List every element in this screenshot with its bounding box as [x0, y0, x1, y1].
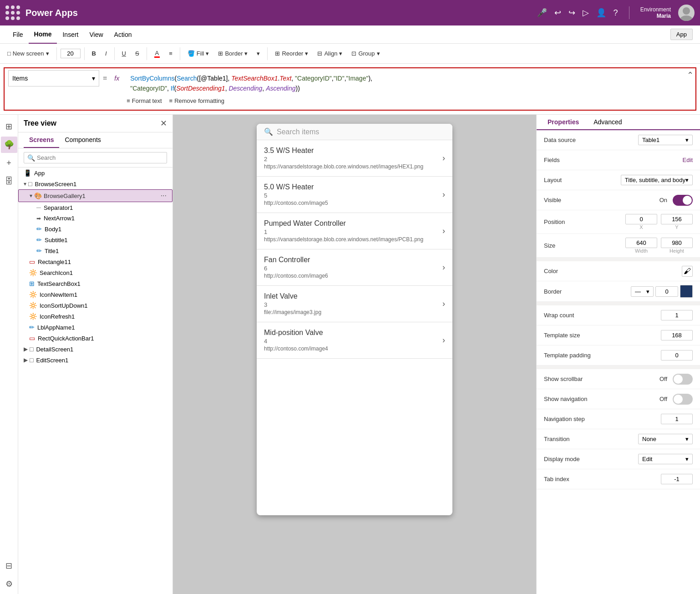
fill-button[interactable]: 🪣 Fill ▾ [184, 48, 213, 59]
border-width-input[interactable] [655, 286, 678, 297]
tree-item-iconsortupdown1[interactable]: 🔆 IconSortUpDown1 [18, 300, 172, 311]
microphone-icon[interactable]: 🎤 [537, 8, 547, 18]
align-btn[interactable]: ⊟ Align ▾ [314, 48, 346, 59]
tree-item-searchicon1[interactable]: 🔆 SearchIcon1 [18, 267, 172, 278]
menu-file[interactable]: File [7, 25, 29, 44]
search-icon: 🔍 [264, 127, 273, 136]
navigation-step-input[interactable] [661, 414, 693, 424]
gallery-item-6[interactable]: Mid-position Valve 4 http://contoso.com/… [257, 322, 452, 359]
tab-components[interactable]: Components [59, 132, 106, 148]
tree-items-list: 📱 App ▾ □ BrowseScreen1 ▾ 🎨 BrowseGaller… [18, 168, 172, 594]
reorder-button[interactable]: ⊞ Reorder ▾ [271, 48, 312, 59]
settings-icon[interactable]: ⚙ [1, 576, 17, 592]
gallery-item-2[interactable]: 5.0 W/S Heater 5 http://contoso.com/imag… [257, 177, 452, 213]
layout-select[interactable]: Title, subtitle, and body ▾ [621, 175, 693, 185]
position-x-input[interactable] [625, 214, 657, 224]
variables-icon[interactable]: ⊟ [1, 558, 17, 574]
align-button[interactable]: ≡ [165, 48, 176, 59]
display-mode-select[interactable]: Edit ▾ [638, 454, 693, 464]
gallery-item-4[interactable]: Fan Controller 6 http://contoso.com/imag… [257, 249, 452, 286]
underline-button[interactable]: U [118, 48, 130, 59]
tab-screens[interactable]: Screens [24, 132, 59, 148]
left-sidebar-icons: ⊞ 🌳 + 🗄 ⊟ ⚙ [0, 115, 18, 594]
strikethrough-button[interactable]: S [132, 48, 143, 59]
size-width-input[interactable] [625, 238, 657, 248]
template-padding-input[interactable] [661, 350, 693, 360]
tree-view-icon[interactable]: 🌳 [1, 137, 17, 153]
bold-button[interactable]: B [88, 48, 100, 59]
remove-formatting-button[interactable]: ≡ Remove formatting [169, 97, 224, 104]
user-avatar[interactable] [678, 5, 695, 21]
tree-item-textsearchbox1[interactable]: ⊞ TextSearchBox1 [18, 278, 172, 289]
group-button[interactable]: ⊡ Group ▾ [348, 48, 383, 59]
tree-item-body1[interactable]: ✏ Body1 [18, 223, 172, 234]
format-text-button[interactable]: ≡ Format text [127, 97, 162, 104]
tree-item-editscreen1[interactable]: ▶ □ EditScreen1 [18, 355, 172, 366]
more-options-button[interactable]: ··· [161, 192, 167, 200]
display-mode-dropdown-arrow: ▾ [685, 456, 689, 462]
row-wrap-count: Wrap count [537, 305, 700, 325]
wrap-count-input[interactable] [661, 310, 693, 320]
font-size[interactable]: 20 [61, 49, 81, 58]
border-color-box[interactable] [680, 285, 693, 298]
scrollbar-toggle[interactable] [673, 374, 693, 385]
tree-item-separator1[interactable]: ─ Separator1 [18, 202, 172, 213]
data-source-select[interactable]: Table1 ▾ [638, 135, 693, 145]
size-height-input[interactable] [661, 238, 693, 248]
tree-item-browsescreen1[interactable]: ▾ □ BrowseScreen1 [18, 178, 172, 189]
tree-item-title1[interactable]: ✏ Title1 [18, 245, 172, 256]
plus-icon[interactable]: + [1, 155, 17, 171]
border-button[interactable]: ⊞ Border ▾ [214, 48, 251, 59]
visible-toggle[interactable] [673, 195, 693, 206]
tree-close-button[interactable]: ✕ [160, 118, 167, 128]
database-icon[interactable]: 🗄 [1, 173, 17, 189]
menu-view[interactable]: View [84, 25, 108, 44]
navigation-toggle[interactable] [673, 394, 693, 405]
help-icon[interactable]: ? [614, 8, 618, 18]
gallery-item-1[interactable]: 3.5 W/S Heater 2 https://vanarsdelstorag… [257, 140, 452, 177]
tab-properties[interactable]: Properties [540, 115, 586, 130]
gallery-item-3[interactable]: Pumped Water Controller 1 https://vanars… [257, 213, 452, 249]
select-dropdown-arrow: ▾ [685, 177, 689, 183]
play-icon[interactable]: ▷ [583, 8, 589, 18]
color-picker-button[interactable]: 🖌 [682, 266, 693, 277]
textbox-icon: ⊞ [29, 280, 35, 287]
tree-item-rectangle11[interactable]: ▭ Rectangle11 [18, 256, 172, 267]
property-select[interactable]: Items ▾ [8, 70, 99, 86]
font-color-button[interactable]: A [151, 48, 164, 60]
waffle-icon[interactable] [5, 5, 20, 20]
tree-item-rectquickactionbar1[interactable]: ▭ RectQuickActionBar1 [18, 333, 172, 344]
gallery-item-5[interactable]: Inlet Valve 3 file://images/image3.jpg › [257, 286, 452, 322]
tab-advanced[interactable]: Advanced [586, 115, 629, 130]
tree-item-iconrefresh1[interactable]: 🔆 IconRefresh1 [18, 311, 172, 322]
menu-home[interactable]: Home [29, 25, 57, 44]
formula-content[interactable]: SortByColumns(Search([@Table1], TextSear… [127, 72, 688, 96]
redo-icon[interactable]: ↪ [568, 8, 575, 18]
fx-button[interactable]: fx [111, 70, 123, 86]
tree-item-app[interactable]: 📱 App [18, 168, 172, 178]
grid-icon[interactable]: ⊞ [1, 118, 17, 135]
italic-button[interactable]: I [101, 48, 111, 59]
formula-collapse-button[interactable]: ⌃ [687, 70, 694, 80]
user-check-icon[interactable]: 👤 [596, 8, 606, 18]
tab-index-input[interactable] [661, 474, 693, 484]
border-style-select[interactable]: — ▾ [631, 286, 654, 297]
undo-icon[interactable]: ↩ [554, 8, 561, 18]
new-screen-button[interactable]: □ New screen ▾ [4, 48, 53, 59]
tree-item-browsegallery1[interactable]: ▾ 🎨 BrowseGallery1 ··· [18, 189, 172, 202]
transition-select[interactable]: None ▾ [638, 434, 693, 444]
menu-action[interactable]: Action [109, 25, 137, 44]
menu-insert[interactable]: Insert [57, 25, 84, 44]
tree-item-subtitle1[interactable]: ✏ Subtitle1 [18, 234, 172, 245]
tree-item-lblappname1[interactable]: ✏ LblAppName1 [18, 322, 172, 333]
fields-edit-button[interactable]: Edit [683, 157, 693, 163]
position-y-input[interactable] [661, 214, 693, 224]
tree-item-detailscreen1[interactable]: ▶ □ DetailScreen1 [18, 344, 172, 355]
tree-item-iconnewitem1[interactable]: 🔆 IconNewItem1 [18, 289, 172, 300]
dropdown-button[interactable]: ▾ [253, 48, 264, 59]
tree-item-nextarrow1[interactable]: ➡ NextArrow1 [18, 213, 172, 223]
template-size-input[interactable] [661, 330, 693, 340]
app-button[interactable]: App [670, 29, 693, 40]
arrow-icon: ➡ [36, 215, 41, 222]
tree-search-input[interactable] [24, 152, 167, 163]
